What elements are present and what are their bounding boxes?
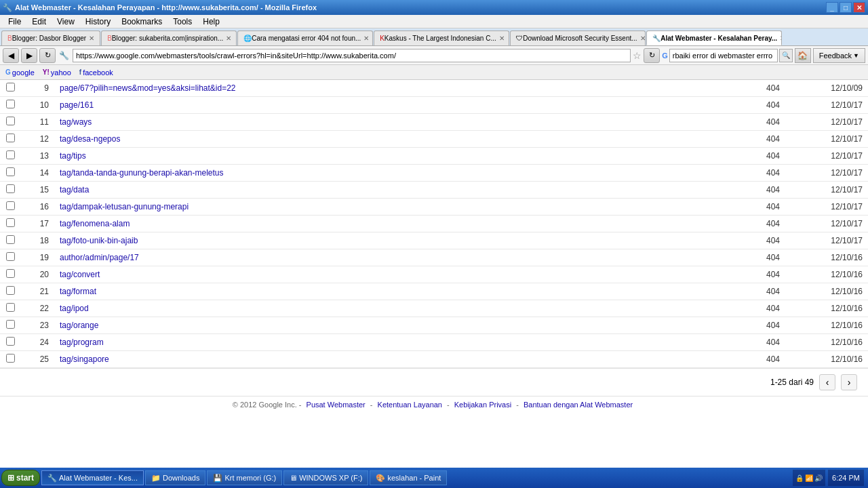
row-checkbox[interactable] bbox=[6, 100, 15, 108]
row-url-link[interactable]: tag/fenomena-alam bbox=[60, 219, 130, 228]
menu-file[interactable]: File bbox=[3, 16, 26, 28]
minimize-button[interactable]: _ bbox=[826, 2, 838, 13]
row-url-link[interactable]: tag/convert bbox=[60, 270, 100, 279]
tab-close-icon[interactable]: ✕ bbox=[499, 35, 505, 42]
row-checkbox[interactable] bbox=[6, 117, 15, 125]
prev-page-button[interactable]: ‹ bbox=[819, 374, 835, 390]
row-url-link[interactable]: tag/orange bbox=[60, 321, 98, 330]
feedback-button[interactable]: Feedback ▼ bbox=[813, 48, 865, 63]
tab-bar: B Blogger: Dasbor Blogger ✕ B Blogger: s… bbox=[0, 28, 868, 46]
row-url-link[interactable]: tag/program bbox=[60, 338, 104, 347]
menu-view[interactable]: View bbox=[52, 16, 80, 28]
row-checkbox-cell bbox=[0, 80, 20, 97]
table-row: 18tag/foto-unik-bin-ajaib40412/10/17 bbox=[0, 232, 868, 249]
row-number: 18 bbox=[20, 232, 54, 249]
row-checkbox-cell bbox=[0, 334, 20, 351]
reload-button[interactable]: ↻ bbox=[39, 48, 56, 63]
url-input[interactable] bbox=[73, 49, 631, 62]
window-controls[interactable]: _ □ ✕ bbox=[826, 2, 865, 13]
row-url-link[interactable]: page/161 bbox=[60, 100, 94, 110]
row-url-link[interactable]: tag/data bbox=[60, 185, 89, 195]
reload-button-2[interactable]: ↻ bbox=[644, 48, 660, 63]
scroll-area[interactable]: 9page/67?pilih=news&mod=yes&aksi=lihat&i… bbox=[0, 80, 868, 468]
tab-close-icon[interactable]: ✕ bbox=[89, 35, 94, 42]
taskbar-item-downloads[interactable]: 📁 Downloads bbox=[145, 470, 205, 485]
row-date: 12/10/16 bbox=[800, 249, 868, 266]
back-button[interactable]: ◀ bbox=[3, 48, 19, 63]
row-url-link[interactable]: tag/ipod bbox=[60, 304, 89, 313]
taskbar-item-paint[interactable]: 🎨 keslahan - Paint bbox=[370, 470, 447, 485]
tab-close-icon[interactable]: ✕ bbox=[780, 35, 782, 42]
taskbar-item-icon: 💾 bbox=[213, 474, 222, 483]
tab-cara-mengatasi[interactable]: 🌐 Cara mengatasi error 404 not foun... ✕ bbox=[237, 30, 373, 45]
bookmark-facebook[interactable]: f facebook bbox=[77, 68, 116, 77]
bookmark-google[interactable]: G google bbox=[3, 68, 37, 77]
row-url: author/admin/page/17 bbox=[54, 249, 746, 266]
row-url-link[interactable]: tag/desa-ngepos bbox=[60, 134, 120, 144]
home-button[interactable]: 🏠 bbox=[795, 48, 811, 63]
star-icon[interactable]: ☆ bbox=[633, 50, 642, 61]
tab-download-security[interactable]: 🛡 Download Microsoft Security Essent... … bbox=[510, 30, 646, 45]
row-url-link[interactable]: page/67?pilih=news&mod=yes&aksi=lihat&id… bbox=[60, 83, 236, 93]
row-checkbox[interactable] bbox=[6, 269, 15, 278]
row-checkbox-cell bbox=[0, 216, 20, 232]
maximize-button[interactable]: □ bbox=[840, 2, 852, 13]
bookmark-label: yahoo bbox=[51, 68, 71, 77]
menu-history[interactable]: History bbox=[80, 16, 116, 28]
tab-close-icon[interactable]: ✕ bbox=[363, 35, 369, 42]
menu-help[interactable]: Help bbox=[197, 16, 225, 28]
row-status: 404 bbox=[746, 283, 800, 300]
search-button[interactable]: 🔍 bbox=[779, 49, 793, 62]
row-number: 21 bbox=[20, 283, 54, 300]
row-checkbox[interactable] bbox=[6, 337, 15, 346]
row-checkbox-cell bbox=[0, 114, 20, 131]
taskbar-item-webmaster[interactable]: 🔧 Alat Webmaster - Kes... bbox=[41, 470, 144, 485]
clock-time: 6:24 PM bbox=[832, 474, 860, 482]
forward-button[interactable]: ▶ bbox=[21, 48, 37, 63]
row-checkbox[interactable] bbox=[6, 167, 15, 176]
row-url-link[interactable]: author/admin/page/17 bbox=[60, 253, 139, 262]
menu-tools[interactable]: Tools bbox=[167, 16, 197, 28]
footer-link-bantuan[interactable]: Bantuan dengan Alat Webmaster bbox=[524, 401, 633, 409]
row-checkbox[interactable] bbox=[6, 286, 15, 295]
row-url-link[interactable]: tag/tips bbox=[60, 151, 86, 161]
tab-kaskus[interactable]: K Kaskus - The Largest Indonesian C... ✕ bbox=[374, 30, 509, 45]
row-url-link[interactable]: tag/format bbox=[60, 287, 96, 296]
search-input[interactable] bbox=[669, 49, 778, 62]
footer-link-kebijakan[interactable]: Kebijakan Privasi bbox=[454, 401, 511, 409]
row-url-link[interactable]: tag/dampak-letusan-gunung-merapi bbox=[60, 202, 189, 211]
row-checkbox[interactable] bbox=[6, 201, 15, 210]
row-checkbox[interactable] bbox=[6, 150, 15, 159]
row-checkbox[interactable] bbox=[6, 235, 15, 244]
row-checkbox[interactable] bbox=[6, 303, 15, 312]
footer-link-pusat[interactable]: Pusat Webmaster bbox=[307, 401, 366, 409]
close-button[interactable]: ✕ bbox=[853, 2, 865, 13]
row-url-link[interactable]: tag/foto-unik-bin-ajaib bbox=[60, 236, 138, 245]
tab-close-icon[interactable]: ✕ bbox=[226, 35, 231, 42]
taskbar-item-label: keslahan - Paint bbox=[387, 474, 441, 482]
row-url-link[interactable]: tag/ways bbox=[60, 117, 92, 127]
row-checkbox[interactable] bbox=[6, 83, 15, 92]
row-checkbox[interactable] bbox=[6, 184, 15, 193]
footer-link-ketentuan[interactable]: Ketentuan Layanan bbox=[378, 401, 442, 409]
row-checkbox-cell bbox=[0, 97, 20, 114]
bookmark-yahoo[interactable]: Y! yahoo bbox=[40, 68, 74, 77]
row-url-link[interactable]: tag/singapore bbox=[60, 354, 109, 364]
row-checkbox[interactable] bbox=[6, 134, 15, 142]
row-url-link[interactable]: tag/tanda-tanda-gunung-berapi-akan-melet… bbox=[60, 168, 224, 178]
menu-bookmarks[interactable]: Bookmarks bbox=[116, 16, 167, 28]
row-checkbox[interactable] bbox=[6, 320, 15, 329]
row-checkbox[interactable] bbox=[6, 354, 15, 363]
tab-alat-webmaster[interactable]: 🔧 Alat Webmaster - Kesalahan Peray... ✕ bbox=[646, 30, 782, 45]
next-page-button[interactable]: › bbox=[841, 374, 857, 390]
tab-blogger-dasbor[interactable]: B Blogger: Dasbor Blogger ✕ bbox=[1, 30, 100, 45]
menu-edit[interactable]: Edit bbox=[26, 16, 52, 28]
row-checkbox[interactable] bbox=[6, 252, 15, 261]
tab-blogger-sukaberita[interactable]: B Blogger: sukaberita.com|inspiration...… bbox=[101, 30, 237, 45]
start-button[interactable]: ⊞ start bbox=[1, 470, 40, 486]
tab-close-icon[interactable]: ✕ bbox=[640, 35, 646, 42]
taskbar-item-windows[interactable]: 🖥 WINDOWS XP (F:) bbox=[283, 470, 368, 485]
row-checkbox-cell bbox=[0, 351, 20, 368]
row-checkbox[interactable] bbox=[6, 218, 15, 227]
taskbar-item-memori[interactable]: 💾 Krt memori (G:) bbox=[207, 470, 282, 485]
